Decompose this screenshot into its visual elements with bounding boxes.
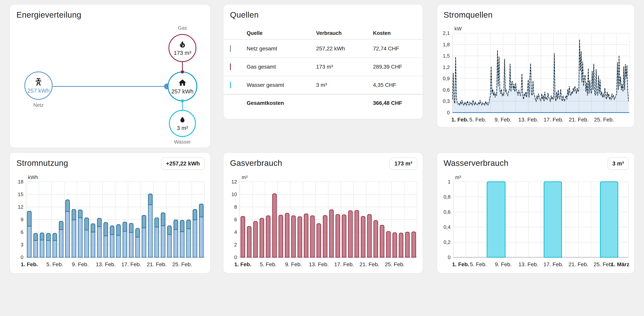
source-consumption: 257,22 kWh: [316, 46, 373, 52]
total-value: 366,48 CHF: [373, 100, 423, 106]
svg-text:0,6: 0,6: [444, 209, 450, 215]
total-label: Gesamtkosten: [247, 100, 316, 106]
svg-text:10: 10: [231, 191, 237, 197]
svg-text:0,9: 0,9: [443, 76, 450, 81]
svg-text:1. Feb.: 1. Feb.: [451, 117, 468, 123]
svg-text:25. Feb.: 25. Feb.: [172, 261, 192, 267]
svg-text:9. Feb.: 9. Feb.: [285, 261, 302, 267]
column-header: Verbrauch: [316, 30, 373, 36]
svg-text:1. Feb.: 1. Feb.: [21, 261, 38, 267]
svg-text:0: 0: [21, 254, 24, 260]
source-consumption: 3 m³: [316, 82, 373, 88]
svg-text:21. Feb.: 21. Feb.: [568, 261, 588, 267]
water-node-label: Wasser: [161, 139, 204, 145]
chart-svg: 024681012m³1. Feb.5. Feb.9. Feb.13. Feb.…: [227, 173, 420, 271]
svg-text:0,8: 0,8: [444, 194, 450, 200]
svg-text:5. Feb.: 5. Feb.: [46, 261, 63, 267]
transmission-tower-icon: [34, 78, 43, 86]
svg-text:2: 2: [234, 242, 237, 248]
source-cost: 4,35 CHF: [373, 82, 423, 88]
home-node[interactable]: 257 kWh: [168, 72, 197, 101]
source-color-swatch: [230, 45, 231, 52]
svg-text:1,5: 1,5: [443, 53, 450, 59]
sources-table: QuelleVerbrauchKostenNetz gesamt257,22 k…: [224, 27, 423, 111]
svg-text:2,1: 2,1: [443, 30, 450, 36]
source-consumption: 173 m³: [316, 64, 373, 70]
svg-text:6: 6: [21, 229, 24, 235]
home-icon: [178, 78, 187, 87]
grid-node-label: Netz: [17, 102, 60, 108]
power-sources-chart: 00,30,60,91,21,51,82,1kW1. Feb.5. Feb.9.…: [440, 24, 632, 126]
source-name: Wasser gesamt: [247, 82, 316, 88]
svg-text:m³: m³: [242, 174, 248, 180]
energy-distribution-card: Energieverteilung Gas 173 m³ 257 kWh Net…: [10, 4, 211, 148]
table-row[interactable]: Gas gesamt173 m³289,39 CHF: [224, 58, 423, 76]
svg-text:0,6: 0,6: [443, 87, 450, 93]
chart-svg: 0369121518kWh1. Feb.5. Feb.9. Feb.13. Fe…: [13, 173, 208, 271]
svg-text:9. Feb.: 9. Feb.: [495, 261, 512, 267]
grid-node-value: 257 kWh: [28, 88, 50, 94]
power-usage-chart: 0369121518kWh1. Feb.5. Feb.9. Feb.13. Fe…: [13, 173, 208, 271]
energy-flow-diagram: Gas 173 m³ 257 kWh Netz 257 kWh 3 m³: [10, 5, 210, 148]
water-drop-icon: [178, 116, 186, 124]
svg-text:25. Feb.: 25. Feb.: [594, 261, 614, 267]
source-color-swatch: [230, 82, 231, 88]
svg-text:8: 8: [234, 204, 237, 210]
water-to-home-line: [182, 101, 183, 110]
svg-text:13. Feb.: 13. Feb.: [518, 117, 538, 123]
svg-text:13. Feb.: 13. Feb.: [96, 261, 116, 267]
svg-text:17. Feb.: 17. Feb.: [121, 261, 141, 267]
svg-text:0,4: 0,4: [444, 224, 450, 230]
source-name: Netz gesamt: [247, 46, 316, 52]
source-cost: 72,74 CHF: [373, 46, 423, 52]
water-node[interactable]: 3 m³: [169, 110, 196, 137]
svg-text:0,3: 0,3: [443, 98, 450, 104]
svg-text:9. Feb.: 9. Feb.: [72, 261, 88, 267]
svg-text:m³: m³: [455, 174, 461, 180]
sources-card: Quellen QuelleVerbrauchKostenNetz gesamt…: [223, 4, 423, 119]
svg-text:17. Feb.: 17. Feb.: [334, 261, 354, 267]
svg-text:6: 6: [234, 217, 237, 222]
card-title-power-usage: Stromnutzung: [16, 159, 68, 168]
svg-text:21. Feb.: 21. Feb.: [147, 261, 167, 267]
svg-text:25. Feb.: 25. Feb.: [594, 117, 614, 123]
water-node-value: 3 m³: [177, 125, 188, 131]
svg-text:5. Feb.: 5. Feb.: [470, 261, 487, 267]
source-name: Gas gesamt: [247, 64, 316, 70]
svg-text:5. Feb.: 5. Feb.: [260, 261, 277, 267]
svg-text:21. Feb.: 21. Feb.: [569, 117, 589, 123]
svg-text:0: 0: [448, 254, 450, 260]
gas-node[interactable]: 173 m³: [168, 34, 196, 62]
gas-usage-chart: 024681012m³1. Feb.5. Feb.9. Feb.13. Feb.…: [227, 173, 420, 271]
gas-flow-dot: [181, 70, 184, 73]
power-usage-card: Stromnutzung +257,22 kWh 0369121518kWh1.…: [10, 152, 211, 274]
svg-text:3: 3: [21, 242, 24, 248]
power-sources-card: Stromquellen 00,30,60,91,21,51,82,1kW1. …: [436, 4, 635, 127]
svg-text:1: 1: [448, 179, 450, 185]
gas-usage-card: Gasverbrauch 173 m³ 024681012m³1. Feb.5.…: [223, 152, 423, 274]
gas-usage-total-badge: 173 m³: [390, 157, 417, 170]
column-header: Quelle: [247, 30, 316, 36]
table-row[interactable]: Wasser gesamt3 m³4,35 CHF: [224, 76, 423, 94]
svg-text:17. Feb.: 17. Feb.: [544, 261, 563, 267]
svg-text:21. Feb.: 21. Feb.: [360, 261, 379, 267]
svg-text:4: 4: [234, 229, 237, 235]
water-usage-card: Wasserverbrauch 3 m³ 00,20,40,60,81m³1. …: [436, 152, 635, 274]
svg-text:13. Feb.: 13. Feb.: [309, 261, 329, 267]
svg-text:0,2: 0,2: [444, 239, 450, 245]
chart-svg: 00,20,40,60,81m³1. Feb.5. Feb.9. Feb.13.…: [440, 173, 632, 271]
svg-text:25. Feb.: 25. Feb.: [385, 261, 405, 267]
table-header-row: QuelleVerbrauchKosten: [224, 27, 423, 40]
svg-text:13. Feb.: 13. Feb.: [518, 261, 538, 267]
gas-node-value: 173 m³: [174, 50, 191, 56]
svg-text:0: 0: [234, 254, 237, 260]
grid-node[interactable]: 257 kWh: [24, 72, 52, 100]
svg-text:1,8: 1,8: [443, 42, 450, 48]
card-title-sources: Quellen: [230, 10, 259, 20]
table-row[interactable]: Netz gesamt257,22 kWh72,74 CHF: [224, 40, 423, 58]
svg-text:1,2: 1,2: [443, 64, 450, 70]
svg-text:1. März: 1. März: [611, 261, 629, 267]
svg-text:12: 12: [231, 179, 237, 185]
fire-icon: [178, 40, 187, 49]
svg-text:9. Feb.: 9. Feb.: [495, 117, 512, 123]
